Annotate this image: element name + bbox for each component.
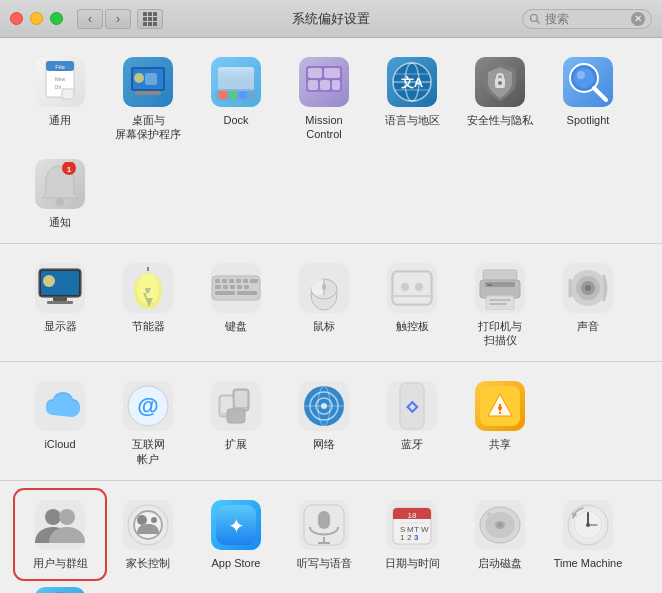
parental-label: 家长控制 [126, 556, 170, 570]
desktop-label: 桌面与 屏幕保护程序 [115, 113, 181, 142]
pref-dock[interactable]: Dock [192, 48, 280, 150]
pref-trackpad[interactable]: 触控板 [368, 254, 456, 356]
svg-rect-10 [135, 91, 161, 95]
extensions-icon-wrap [210, 380, 262, 432]
svg-rect-12 [145, 73, 157, 85]
pref-printer[interactable]: 打印机与 扫描仪 [456, 254, 544, 356]
pref-date[interactable]: 18 S M T W 1 2 3 日期与时间 [368, 491, 456, 578]
display-label: 显示器 [44, 319, 77, 333]
forward-button[interactable]: › [105, 9, 131, 29]
dock-label: Dock [223, 113, 248, 127]
pref-notification[interactable]: 1 通知 [16, 150, 104, 237]
back-button[interactable]: ‹ [77, 9, 103, 29]
svg-text:1: 1 [400, 533, 405, 542]
notification-icon: 1 [34, 158, 86, 210]
svg-text:文A: 文A [401, 75, 424, 90]
pref-security[interactable]: 安全性与隐私 [456, 48, 544, 150]
icloud-icon-wrap [34, 380, 86, 432]
search-clear-button[interactable]: ✕ [631, 12, 645, 26]
pref-desktop[interactable]: 桌面与 屏幕保护程序 [104, 48, 192, 150]
traffic-lights [10, 12, 63, 25]
pref-mouse[interactable]: 鼠标 [280, 254, 368, 356]
svg-rect-60 [223, 285, 228, 289]
pref-mission[interactable]: Mission Control [280, 48, 368, 150]
date-label: 日期与时间 [385, 556, 440, 570]
svg-rect-76 [483, 270, 517, 280]
svg-rect-54 [222, 279, 227, 283]
svg-rect-21 [324, 68, 340, 78]
svg-rect-72 [394, 273, 430, 303]
general-label: 通用 [49, 113, 71, 127]
grid-icon [143, 12, 157, 26]
pref-appstore[interactable]: ✦ App Store [192, 491, 280, 578]
dock-icon [210, 56, 262, 108]
svg-point-38 [577, 71, 585, 79]
security-label: 安全性与隐私 [467, 113, 533, 127]
svg-rect-18 [239, 91, 247, 99]
mission-icon [298, 56, 350, 108]
network-label: 网络 [313, 437, 335, 451]
maximize-button[interactable] [50, 12, 63, 25]
svg-text:2: 2 [407, 533, 412, 542]
pref-extensions[interactable]: 扩展 [192, 372, 280, 474]
pref-spotlight[interactable]: Spotlight [544, 48, 632, 150]
nav-buttons: ‹ › [77, 9, 131, 29]
window-title: 系统偏好设置 [292, 10, 370, 28]
timemachine-icon-wrap [562, 499, 614, 551]
svg-point-111 [137, 515, 147, 525]
svg-rect-61 [230, 285, 235, 289]
pref-users[interactable]: 用户与群组 [16, 491, 104, 578]
pref-general[interactable]: File New Ori... 通用 [16, 48, 104, 150]
parental-icon-wrap [122, 499, 174, 551]
pref-display[interactable]: 显示器 [16, 254, 104, 356]
search-input[interactable] [545, 12, 625, 26]
pref-parental[interactable]: 家长控制 [104, 491, 192, 578]
svg-rect-20 [308, 68, 322, 78]
close-button[interactable] [10, 12, 23, 25]
extensions-label: 扩展 [225, 437, 247, 451]
pref-accessibility[interactable]: 辅助功能 [16, 578, 104, 593]
pref-language[interactable]: 文A 语言与地区 [368, 48, 456, 150]
svg-rect-24 [332, 80, 340, 90]
printer-icon-wrap [474, 262, 526, 314]
svg-rect-79 [487, 284, 492, 286]
svg-point-74 [401, 283, 409, 291]
pref-sharing[interactable]: ! 共享 [456, 372, 544, 474]
general-icon: File New Ori... [34, 56, 86, 108]
svg-rect-56 [236, 279, 241, 283]
pref-startup[interactable]: 启动磁盘 [456, 491, 544, 578]
mouse-label: 鼠标 [313, 319, 335, 333]
svg-text:File: File [55, 64, 65, 70]
pref-internet[interactable]: @ 互联网 帐户 [104, 372, 192, 474]
svg-rect-23 [320, 80, 330, 90]
pref-dictation[interactable]: 听写与语音 [280, 491, 368, 578]
svg-point-107 [59, 509, 75, 525]
mission-label: Mission Control [305, 113, 342, 142]
pref-energy[interactable]: 节能器 [104, 254, 192, 356]
startup-label: 启动磁盘 [478, 556, 522, 570]
svg-point-11 [134, 73, 144, 83]
section-internet: iCloud @ 互联网 帐户 [0, 362, 662, 481]
pref-sound[interactable]: 声音 [544, 254, 632, 356]
grid-button[interactable] [137, 9, 163, 29]
section-hardware: 显示器 节能器 [0, 244, 662, 363]
search-bar[interactable]: ✕ [522, 9, 652, 29]
internet-icon-wrap: @ [122, 380, 174, 432]
section-system: 用户与群组 家长控制 [0, 481, 662, 593]
svg-rect-45 [47, 301, 73, 304]
pref-bluetooth[interactable]: ⬦ 蓝牙 [368, 372, 456, 474]
system-preferences-window: ‹ › 系统偏好设置 ✕ [0, 0, 662, 593]
pref-network[interactable]: 网络 [280, 372, 368, 474]
pref-timemachine[interactable]: Time Machine [544, 491, 632, 578]
sound-label: 声音 [577, 319, 599, 333]
bluetooth-icon-wrap: ⬦ [386, 380, 438, 432]
pref-icloud[interactable]: iCloud [16, 372, 104, 474]
pref-keyboard[interactable]: 键盘 [192, 254, 280, 356]
language-label: 语言与地区 [385, 113, 440, 127]
trackpad-icon-wrap [386, 262, 438, 314]
language-icon: 文A [386, 56, 438, 108]
svg-rect-44 [53, 297, 67, 301]
minimize-button[interactable] [30, 12, 43, 25]
network-icon-wrap [298, 380, 350, 432]
svg-rect-64 [215, 291, 235, 295]
